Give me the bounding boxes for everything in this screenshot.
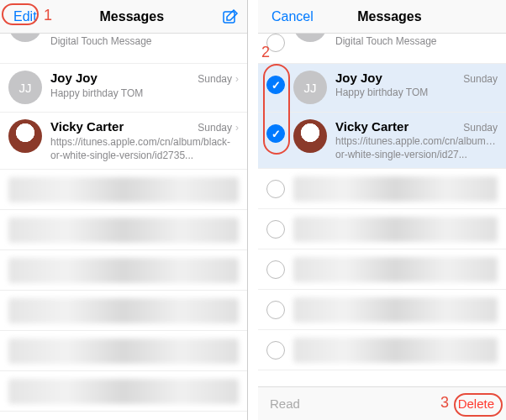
avatar: JJ (293, 71, 327, 104)
avatar: JJ (8, 71, 42, 104)
conversation-row-blurred (258, 209, 506, 249)
conversation-list: Digital Touch Message JJ Joy Joy Sunday … (258, 34, 506, 370)
select-checkbox[interactable] (266, 301, 285, 319)
read-button[interactable]: Read (270, 396, 300, 411)
contact-name: Vicky Carter (50, 119, 124, 134)
conversation-row-blurred (0, 170, 247, 210)
conversation-row-blurred (258, 249, 506, 290)
conversation-row[interactable]: Digital Touch Message (0, 34, 247, 64)
page-title: Messages (357, 9, 422, 24)
message-preview: Happy birthday TOM (50, 87, 239, 101)
timestamp: Sunday (198, 73, 232, 85)
conversation-row-blurred (0, 250, 247, 291)
conversation-row-blurred (258, 330, 506, 370)
conversation-row[interactable]: Vicky Carter Sunday› https://itunes.appl… (0, 113, 247, 170)
contact-name: Joy Joy (50, 71, 98, 85)
edit-button[interactable]: Edit (8, 8, 42, 26)
conversation-row[interactable]: JJ Joy Joy Sunday Happy birthday TOM (258, 64, 506, 113)
compose-icon[interactable] (222, 8, 239, 25)
avatar (293, 119, 327, 153)
select-checkbox[interactable] (266, 124, 285, 143)
avatar (293, 34, 327, 42)
conversation-row-blurred (0, 291, 247, 331)
message-preview: Digital Touch Message (50, 35, 239, 49)
conversation-row[interactable]: Digital Touch Message (258, 34, 506, 64)
header: Cancel Messages (258, 0, 506, 34)
conversation-row-blurred (258, 290, 506, 330)
cancel-button[interactable]: Cancel (266, 8, 319, 26)
select-checkbox[interactable] (266, 76, 285, 94)
timestamp: Sunday (463, 73, 498, 85)
conversation-row-blurred (0, 331, 247, 371)
contact-name: Vicky Carter (335, 119, 408, 134)
avatar (8, 119, 42, 153)
select-checkbox[interactable] (266, 341, 285, 360)
conversation-row[interactable]: Vicky Carter Sunday https://itunes.apple… (258, 113, 506, 169)
message-preview: https://itunes.apple.com/cn/album/black-… (335, 135, 498, 161)
conversation-row-blurred (0, 210, 247, 250)
edit-toolbar: Read Delete (258, 386, 506, 420)
timestamp: Sunday (198, 122, 232, 134)
panel-normal-mode: Edit Messages Digital Touch Message JJ J… (0, 0, 248, 420)
message-preview: Digital Touch Message (335, 35, 498, 49)
page-title: Messages (100, 9, 165, 24)
panel-edit-mode: Cancel Messages Digital Touch Message JJ… (258, 0, 506, 420)
select-checkbox[interactable] (266, 260, 285, 279)
select-checkbox[interactable] (266, 220, 285, 239)
contact-name: Joy Joy (335, 71, 382, 85)
conversation-row[interactable]: JJ Joy Joy Sunday› Happy birthday TOM (0, 64, 247, 113)
message-preview: Happy birthday TOM (335, 87, 498, 100)
delete-button[interactable]: Delete (458, 396, 494, 411)
select-checkbox[interactable] (266, 180, 285, 198)
chevron-right-icon: › (235, 122, 239, 134)
header: Edit Messages (0, 0, 247, 34)
conversation-row-blurred (258, 169, 506, 209)
avatar (8, 34, 42, 42)
message-preview: https://itunes.apple.com/cn/album/black-… (50, 136, 239, 162)
timestamp: Sunday (463, 122, 498, 134)
select-checkbox[interactable] (266, 34, 285, 52)
chevron-right-icon: › (235, 73, 239, 85)
conversation-list: Digital Touch Message JJ Joy Joy Sunday›… (0, 34, 247, 412)
conversation-row-blurred (0, 371, 247, 412)
